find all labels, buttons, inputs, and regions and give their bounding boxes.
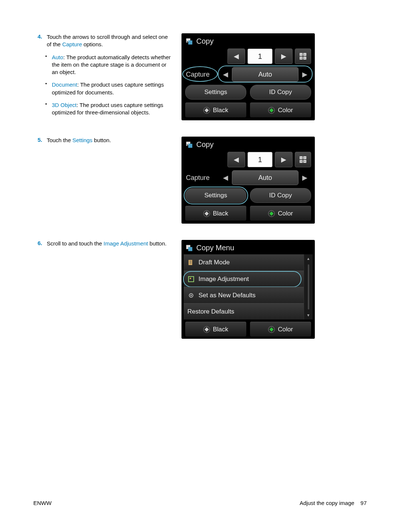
scroll-down-icon[interactable]: ▼ [307, 311, 310, 319]
count-increase-button[interactable]: ▶ [275, 152, 293, 167]
count-increase-button[interactable]: ▶ [275, 48, 293, 64]
step-4-number: 4. [33, 33, 42, 40]
svg-rect-11 [188, 144, 192, 148]
copy-color-button[interactable]: Color [250, 103, 311, 117]
svg-rect-1 [188, 40, 192, 44]
panel-title: Copy [196, 140, 214, 149]
step-6-number: 6. [33, 240, 42, 246]
bullet-document: Document: The product uses capture setti… [45, 81, 174, 96]
step-4-text: Touch the arrows to scroll through and s… [47, 33, 173, 48]
copy-color-button[interactable]: Color [250, 322, 311, 337]
step-6-text: Scroll to and touch the Image Adjustment… [47, 240, 173, 247]
menu-title: Copy Menu [196, 244, 234, 252]
copy-icon [185, 244, 193, 252]
diamond-green-icon [268, 326, 275, 333]
capture-value[interactable]: Auto [232, 170, 299, 185]
keyword-settings: Settings [72, 137, 92, 143]
scroll-thumb[interactable] [308, 264, 309, 310]
copy-color-button[interactable]: Color [250, 206, 311, 221]
panel-title: Copy [196, 37, 214, 46]
copy-icon [185, 37, 193, 46]
copy-panel-step4: Copy ◀ 1 ▶ 1234 Capture ◀ Auto ▶ [181, 33, 315, 120]
copy-black-button[interactable]: Black [185, 322, 246, 337]
copy-black-button[interactable]: Black [185, 206, 246, 221]
copy-count-value[interactable]: 1 [247, 48, 273, 64]
svg-rect-26 [189, 277, 194, 282]
copy-panel-step5: Copy ◀ 1 ▶ 1234 Capture ◀ Auto ▶ [181, 137, 315, 224]
capture-next-button[interactable]: ▶ [299, 67, 311, 82]
settings-button[interactable]: Settings [185, 85, 246, 100]
copy-icon [185, 141, 193, 149]
menu-item-restore-defaults[interactable]: Restore Defaults [184, 303, 304, 319]
menu-item-draft-mode[interactable]: Draft Mode [184, 254, 304, 271]
settings-button[interactable]: Settings [185, 188, 246, 203]
footer-right: Adjust the copy image 97 [300, 500, 367, 506]
count-decrease-button[interactable]: ◀ [227, 48, 245, 64]
count-decrease-button[interactable]: ◀ [227, 152, 245, 167]
footer-left: ENWW [33, 500, 51, 506]
gear-icon [187, 292, 195, 299]
menu-scrollbar[interactable]: ▲ ▼ [304, 254, 313, 319]
svg-point-29 [190, 295, 192, 296]
diamond-icon [203, 326, 210, 333]
layout-grid-button[interactable]: 1234 [295, 152, 311, 167]
svg-point-27 [190, 278, 191, 279]
menu-item-image-adjustment[interactable]: Image Adjustment [184, 271, 304, 287]
scroll-up-icon[interactable]: ▲ [307, 254, 310, 263]
capture-prev-button[interactable]: ◀ [219, 170, 232, 185]
id-copy-button[interactable]: ID Copy [250, 85, 311, 100]
bullet-3d-object: 3D Object: The product uses capture sett… [45, 101, 174, 117]
capture-next-button[interactable]: ▶ [299, 170, 311, 185]
capture-label: Capture [185, 71, 219, 78]
step-5-number: 5. [33, 137, 42, 143]
copy-count-value[interactable]: 1 [247, 152, 273, 167]
diamond-icon [203, 210, 210, 217]
diamond-green-icon [268, 107, 275, 114]
diamond-icon [203, 107, 210, 114]
image-adjustment-icon [187, 275, 195, 283]
svg-rect-22 [189, 260, 192, 265]
svg-rect-21 [188, 247, 192, 251]
draft-mode-icon [187, 259, 195, 266]
copy-menu-panel: Copy Menu Draft Mode Image Adjustment [181, 240, 315, 339]
layout-grid-button[interactable]: 1234 [295, 48, 311, 64]
capture-label: Capture [185, 174, 219, 182]
id-copy-button[interactable]: ID Copy [250, 188, 311, 203]
menu-item-set-defaults[interactable]: Set as New Defaults [184, 287, 304, 303]
bullet-auto: Auto: The product automatically detects … [45, 54, 174, 76]
capture-prev-button[interactable]: ◀ [219, 67, 232, 82]
capture-value[interactable]: Auto [232, 67, 299, 82]
step-5-text: Touch the Settings button. [47, 137, 173, 144]
copy-black-button[interactable]: Black [185, 103, 246, 117]
diamond-green-icon [268, 210, 275, 217]
keyword-capture: Capture [62, 41, 82, 47]
keyword-image-adjustment: Image Adjustment [104, 240, 148, 247]
